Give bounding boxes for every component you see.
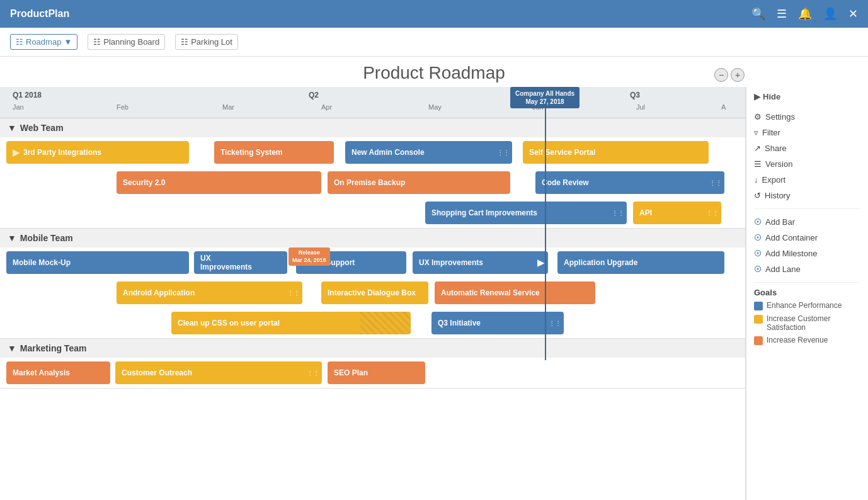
add-container-item[interactable]: ☉ Add Container xyxy=(754,230,860,246)
chevron-down-icon: ▼ xyxy=(8,123,16,133)
swimlane-header-marketing: ▼ Marketing Team xyxy=(0,339,745,358)
bar-row: Android Application ⋮⋮ Interactive Dialo… xyxy=(0,278,745,308)
expand-icon: ▶ xyxy=(13,147,20,157)
user-icon[interactable]: 👤 xyxy=(823,7,837,21)
zoom-out-button[interactable]: − xyxy=(714,68,728,82)
add-bar-item[interactable]: ☉ Add Bar xyxy=(754,214,860,230)
add-lane-icon: ☉ xyxy=(754,264,762,274)
hatch-pattern xyxy=(360,312,411,334)
history-item[interactable]: ↺ History xyxy=(754,188,860,203)
search-icon[interactable]: 🔍 xyxy=(751,7,765,21)
quarter-q2: Q2 xyxy=(309,91,319,99)
bar-customer-outreach[interactable]: Customer Outreach ⋮⋮ xyxy=(115,361,322,384)
close-icon[interactable]: ✕ xyxy=(848,7,858,21)
swimlane-title-mobile: Mobile Team xyxy=(20,233,73,243)
settings-item[interactable]: ⚙ Settings xyxy=(754,109,860,125)
goal-color-enhance xyxy=(754,302,763,310)
month-jan: Jan xyxy=(13,103,24,111)
panel-divider xyxy=(754,208,860,209)
bar-row: Security 2.0 On Premise Backup Code Revi… xyxy=(0,168,745,198)
panel-divider-2 xyxy=(754,282,860,283)
bar-row: Market Analysis Customer Outreach ⋮⋮ SEO… xyxy=(0,358,745,388)
bar-ux-improvements-1[interactable]: UXImprovements xyxy=(194,251,287,274)
roadmap-tab[interactable]: ☷ Roadmap ▼ xyxy=(10,34,77,50)
zoom-controls: − + xyxy=(714,68,745,82)
export-icon: ↓ xyxy=(754,175,758,185)
planning-board-icon: ☷ xyxy=(93,37,101,47)
right-panel: ▶ Hide ⚙ Settings ▿ Filter ↗ Share ☰ Ver… xyxy=(746,87,868,500)
bar-new-admin[interactable]: New Admin Console ⋮⋮ xyxy=(345,141,512,164)
add-container-icon: ☉ xyxy=(754,233,762,242)
month-may: May xyxy=(428,103,442,111)
notification-icon[interactable]: 🔔 xyxy=(798,7,812,21)
bar-api[interactable]: API ⋮⋮ xyxy=(633,202,721,224)
drag-handle: ⋮⋮ xyxy=(706,210,719,217)
month-aug: A xyxy=(721,103,726,111)
filter-icon: ▿ xyxy=(754,128,758,137)
bar-row: ReleaseMar 24, 2018 Mobile Mock-Up UXImp… xyxy=(0,247,745,278)
bar-seo-plan[interactable]: SEO Plan xyxy=(328,361,425,384)
bar-on-premise[interactable]: On Premise Backup xyxy=(328,171,510,194)
swimlane-marketing-team: ▼ Marketing Team Market Analysis Custome… xyxy=(0,339,745,389)
drag-handle: ⋮⋮ xyxy=(497,149,510,156)
month-apr: Apr xyxy=(321,103,332,111)
drag-handle: ⋮⋮ xyxy=(612,210,624,217)
add-lane-item[interactable]: ☉ Add Lane xyxy=(754,261,860,277)
add-milestone-icon: ☉ xyxy=(754,249,762,258)
event-label: Company All HandsMay 27, 2018 xyxy=(510,87,580,108)
milestone-label: ReleaseMar 24, 2018 xyxy=(288,247,330,266)
add-milestone-item[interactable]: ☉ Add Milestone xyxy=(754,246,860,261)
bar-app-upgrade[interactable]: Application Upgrade xyxy=(557,251,724,274)
month-mar: Mar xyxy=(222,103,234,111)
share-icon: ↗ xyxy=(754,144,761,153)
swimlane-body-mobile: ReleaseMar 24, 2018 Mobile Mock-Up UXImp… xyxy=(0,247,745,338)
milestone-release: ReleaseMar 24, 2018 xyxy=(288,247,330,266)
chevron-down-icon: ▼ xyxy=(8,233,16,243)
goal-revenue: Increase Revenue xyxy=(754,336,860,345)
swimlane-title-web: Web Team xyxy=(20,123,64,133)
planning-board-tab[interactable]: ☷ Planning Board xyxy=(88,34,165,50)
parking-lot-tab[interactable]: ☷ Parking Lot xyxy=(175,34,238,50)
bar-android[interactable]: Android Application ⋮⋮ xyxy=(117,281,302,304)
drag-handle: ⋮⋮ xyxy=(709,179,722,186)
timeline-header: Q1 2018 Q2 Q3 Jan Feb Mar Apr May Jun Ju… xyxy=(0,87,745,118)
roadmap-icon: ☷ xyxy=(16,37,23,47)
goal-enhance: Enhance Performance xyxy=(754,301,860,310)
filter-item[interactable]: ▿ Filter xyxy=(754,125,860,140)
settings-icon: ⚙ xyxy=(754,112,762,122)
menu-icon[interactable]: ☰ xyxy=(777,7,787,21)
version-icon: ☰ xyxy=(754,159,762,169)
bar-security[interactable]: Security 2.0 xyxy=(117,171,321,194)
swimlane-mobile-team: ▼ Mobile Team ReleaseMar 24, 2018 Mobile… xyxy=(0,229,745,339)
panel-section-add: ☉ Add Bar ☉ Add Container ☉ Add Mileston… xyxy=(754,214,860,277)
zoom-in-button[interactable]: + xyxy=(731,68,745,82)
month-feb: Feb xyxy=(117,103,128,111)
main-layout: Q1 2018 Q2 Q3 Jan Feb Mar Apr May Jun Ju… xyxy=(0,87,868,500)
share-item[interactable]: ↗ Share xyxy=(754,140,860,156)
bar-market-analysis[interactable]: Market Analysis xyxy=(6,361,110,384)
parking-lot-icon: ☷ xyxy=(181,37,188,47)
history-icon: ↺ xyxy=(754,191,761,200)
bar-mobile-mockup[interactable]: Mobile Mock-Up xyxy=(6,251,189,274)
swimlane-header-mobile: ▼ Mobile Team xyxy=(0,229,745,247)
add-bar-icon: ☉ xyxy=(754,217,762,227)
bar-clean-css[interactable]: Clean up CSS on user portal xyxy=(171,312,411,334)
version-item[interactable]: ☰ Version xyxy=(754,156,860,172)
goal-color-customer xyxy=(754,315,763,324)
bar-3rd-party[interactable]: ▶ 3rd Party Integrations xyxy=(6,141,189,164)
top-nav: ProductPlan 🔍 ☰ 🔔 👤 ✕ xyxy=(0,0,868,28)
hide-button[interactable]: ▶ Hide xyxy=(754,92,860,101)
swimlane-web-team: ▼ Web Team ▶ 3rd Party Integrations Tick… xyxy=(0,118,745,229)
panel-section-goals: Goals Enhance Performance Increase Custo… xyxy=(754,288,860,345)
chevron-down-icon: ▼ xyxy=(64,37,72,47)
drag-handle: ⋮⋮ xyxy=(287,290,300,297)
export-item[interactable]: ↓ Export xyxy=(754,172,860,188)
swimlane-body-web: ▶ 3rd Party Integrations Ticketing Syste… xyxy=(0,137,745,228)
bar-dialogue[interactable]: Interactive Dialogue Box xyxy=(321,281,428,304)
panel-section-main: ⚙ Settings ▿ Filter ↗ Share ☰ Version ↓ … xyxy=(754,109,860,203)
bar-ticketing[interactable]: Ticketing System xyxy=(214,141,334,164)
quarter-q3: Q3 xyxy=(630,91,640,99)
nav-icons: 🔍 ☰ 🔔 👤 ✕ xyxy=(751,7,858,21)
goals-title: Goals xyxy=(754,288,860,297)
quarter-q1: Q1 2018 xyxy=(13,91,42,99)
